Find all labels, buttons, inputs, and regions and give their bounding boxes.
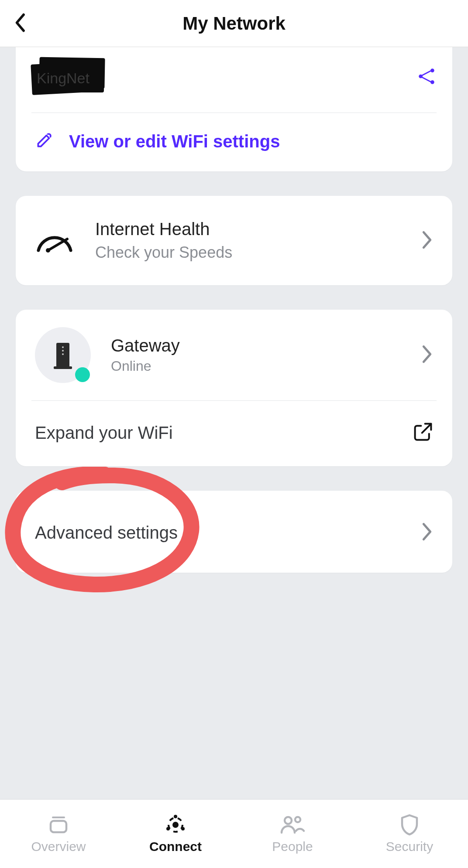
network-name: KingNet <box>37 70 89 87</box>
share-button[interactable] <box>416 66 437 88</box>
chevron-right-icon <box>421 230 433 251</box>
expand-wifi-label: Expand your WiFi <box>35 423 173 443</box>
advanced-settings-card: Advanced settings <box>16 491 452 573</box>
header-bar: My Network <box>0 0 468 47</box>
tab-security[interactable]: Security <box>351 800 468 868</box>
bottom-tab-bar: Overview Connect People Security <box>0 799 468 868</box>
gateway-row[interactable]: Gateway Online <box>31 310 437 401</box>
pencil-icon <box>35 131 53 151</box>
wifi-network-row: KingNet <box>31 47 437 113</box>
router-icon <box>56 343 69 367</box>
internet-health-title: Internet Health <box>95 219 400 239</box>
expand-wifi-row[interactable]: Expand your WiFi <box>31 401 437 466</box>
svg-point-7 <box>172 822 179 828</box>
tab-label: People <box>272 839 313 854</box>
people-icon <box>279 814 306 836</box>
speedometer-icon <box>35 228 74 254</box>
connect-icon <box>164 814 187 836</box>
svg-line-4 <box>48 239 67 250</box>
svg-point-11 <box>166 827 170 830</box>
back-button[interactable] <box>13 13 28 34</box>
tab-label: Security <box>386 839 433 854</box>
share-icon <box>416 66 437 86</box>
gateway-icon <box>35 327 91 383</box>
content-area: KingNet View or edit WiFi settings Inter… <box>0 47 468 573</box>
tab-label: Overview <box>31 839 86 854</box>
internet-health-text: Internet Health Check your Speeds <box>95 219 400 262</box>
gateway-title: Gateway <box>111 336 401 355</box>
tab-label: Connect <box>149 839 202 854</box>
advanced-settings-row[interactable]: Advanced settings <box>31 491 437 573</box>
shield-icon <box>399 814 420 836</box>
advanced-settings-label: Advanced settings <box>35 523 178 543</box>
wifi-card: KingNet View or edit WiFi settings <box>16 47 452 171</box>
chevron-right-icon <box>421 522 433 543</box>
gateway-card: Gateway Online Expand your WiFi <box>16 310 452 466</box>
page-title: My Network <box>182 13 286 34</box>
svg-point-1 <box>430 68 434 72</box>
chevron-left-icon <box>13 13 28 33</box>
chevron-right-icon <box>421 345 433 366</box>
gateway-status: Online <box>111 358 401 374</box>
svg-rect-5 <box>51 821 66 832</box>
svg-point-10 <box>181 827 185 830</box>
external-link-icon <box>413 422 433 444</box>
network-name-redacted: KingNet <box>31 58 106 97</box>
internet-health-subtitle: Check your Speeds <box>95 243 400 262</box>
online-status-dot <box>75 367 90 382</box>
svg-point-2 <box>430 80 434 84</box>
wifi-settings-label: View or edit WiFi settings <box>69 132 280 151</box>
svg-point-13 <box>295 817 300 822</box>
view-edit-wifi-settings[interactable]: View or edit WiFi settings <box>31 113 437 151</box>
svg-point-9 <box>174 815 177 818</box>
internet-health-card[interactable]: Internet Health Check your Speeds <box>16 196 452 285</box>
tab-connect[interactable]: Connect <box>117 800 234 868</box>
overview-icon <box>47 814 70 836</box>
tab-overview[interactable]: Overview <box>0 800 117 868</box>
svg-point-12 <box>285 817 292 824</box>
tab-people[interactable]: People <box>234 800 351 868</box>
gateway-text: Gateway Online <box>111 336 401 374</box>
